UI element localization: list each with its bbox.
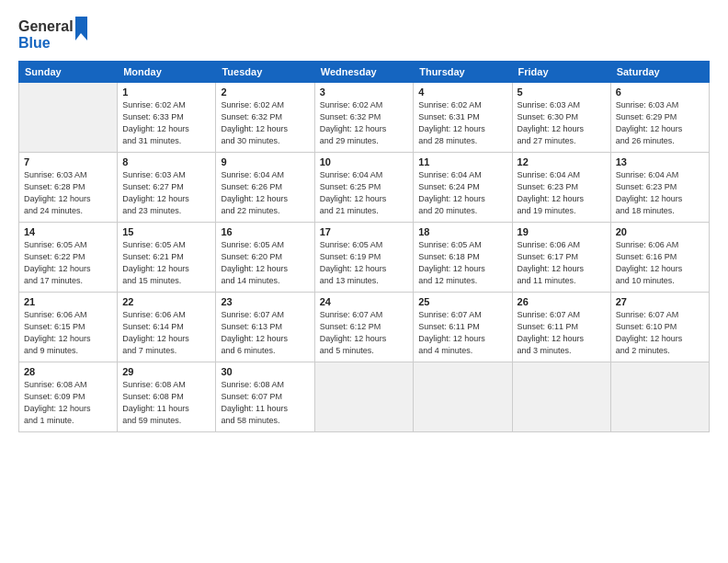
calendar-cell: 22Sunrise: 6:06 AM Sunset: 6:14 PM Dayli… [118, 293, 216, 362]
day-number: 12 [518, 156, 606, 167]
calendar-cell: 1Sunrise: 6:02 AM Sunset: 6:33 PM Daylig… [118, 83, 216, 153]
calendar-cell: 2Sunrise: 6:02 AM Sunset: 6:32 PM Daylig… [216, 83, 314, 153]
day-number: 4 [418, 86, 506, 98]
day-number: 24 [320, 296, 409, 307]
logo-svg: GeneralBlue [18, 15, 92, 53]
day-info: Sunrise: 6:05 AM Sunset: 6:18 PM Dayligh… [418, 239, 506, 287]
day-header-tuesday: Tuesday [216, 62, 314, 83]
svg-text:Blue: Blue [18, 35, 51, 51]
day-number: 27 [616, 296, 704, 307]
day-number: 11 [418, 156, 506, 167]
day-info: Sunrise: 6:06 AM Sunset: 6:16 PM Dayligh… [616, 239, 704, 287]
day-info: Sunrise: 6:07 AM Sunset: 6:12 PM Dayligh… [320, 309, 409, 357]
day-number: 30 [221, 366, 309, 377]
day-header-thursday: Thursday [414, 62, 512, 83]
calendar-cell: 20Sunrise: 6:06 AM Sunset: 6:16 PM Dayli… [610, 223, 709, 293]
day-info: Sunrise: 6:07 AM Sunset: 6:10 PM Dayligh… [616, 309, 704, 357]
calendar-cell: 9Sunrise: 6:04 AM Sunset: 6:26 PM Daylig… [216, 153, 314, 223]
day-number: 26 [518, 296, 606, 307]
day-number: 25 [418, 296, 506, 307]
calendar-cell: 16Sunrise: 6:05 AM Sunset: 6:20 PM Dayli… [216, 223, 314, 293]
calendar-cell: 11Sunrise: 6:04 AM Sunset: 6:24 PM Dayli… [414, 153, 512, 223]
logo: GeneralBlue [18, 15, 92, 53]
calendar-week-2: 14Sunrise: 6:05 AM Sunset: 6:22 PM Dayli… [19, 223, 710, 293]
header: GeneralBlue [18, 15, 710, 53]
day-number: 19 [518, 226, 606, 237]
day-number: 5 [518, 86, 606, 98]
day-header-monday: Monday [118, 62, 216, 83]
calendar-week-4: 28Sunrise: 6:08 AM Sunset: 6:09 PM Dayli… [19, 362, 710, 432]
day-number: 6 [616, 86, 704, 98]
day-info: Sunrise: 6:06 AM Sunset: 6:17 PM Dayligh… [518, 239, 606, 287]
svg-marker-2 [75, 17, 87, 40]
calendar-cell [314, 362, 414, 432]
calendar-cell: 18Sunrise: 6:05 AM Sunset: 6:18 PM Dayli… [414, 223, 512, 293]
calendar-cell: 30Sunrise: 6:08 AM Sunset: 6:07 PM Dayli… [216, 362, 314, 432]
day-info: Sunrise: 6:03 AM Sunset: 6:30 PM Dayligh… [518, 99, 606, 147]
calendar-cell [414, 362, 512, 432]
calendar-cell [19, 83, 118, 153]
day-info: Sunrise: 6:02 AM Sunset: 6:32 PM Dayligh… [320, 99, 409, 147]
day-info: Sunrise: 6:07 AM Sunset: 6:11 PM Dayligh… [418, 309, 506, 357]
calendar-cell: 28Sunrise: 6:08 AM Sunset: 6:09 PM Dayli… [19, 362, 118, 432]
day-number: 2 [221, 86, 309, 98]
calendar-cell: 7Sunrise: 6:03 AM Sunset: 6:28 PM Daylig… [19, 153, 118, 223]
svg-text:General: General [18, 18, 74, 34]
day-info: Sunrise: 6:08 AM Sunset: 6:07 PM Dayligh… [221, 379, 309, 427]
day-header-friday: Friday [512, 62, 610, 83]
calendar-cell: 19Sunrise: 6:06 AM Sunset: 6:17 PM Dayli… [512, 223, 610, 293]
day-info: Sunrise: 6:08 AM Sunset: 6:08 PM Dayligh… [122, 379, 210, 427]
calendar-cell [610, 362, 709, 432]
day-number: 23 [221, 296, 309, 307]
day-info: Sunrise: 6:04 AM Sunset: 6:24 PM Dayligh… [418, 169, 506, 217]
day-number: 13 [616, 156, 704, 167]
day-header-saturday: Saturday [610, 62, 709, 83]
day-info: Sunrise: 6:02 AM Sunset: 6:33 PM Dayligh… [122, 99, 210, 147]
calendar-body: 1Sunrise: 6:02 AM Sunset: 6:33 PM Daylig… [19, 83, 710, 432]
day-info: Sunrise: 6:03 AM Sunset: 6:29 PM Dayligh… [616, 99, 704, 147]
day-info: Sunrise: 6:04 AM Sunset: 6:23 PM Dayligh… [518, 169, 606, 217]
calendar-cell: 4Sunrise: 6:02 AM Sunset: 6:31 PM Daylig… [414, 83, 512, 153]
day-number: 20 [616, 226, 704, 237]
day-info: Sunrise: 6:06 AM Sunset: 6:14 PM Dayligh… [122, 309, 210, 357]
calendar-cell: 26Sunrise: 6:07 AM Sunset: 6:11 PM Dayli… [512, 293, 610, 362]
calendar-cell: 8Sunrise: 6:03 AM Sunset: 6:27 PM Daylig… [118, 153, 216, 223]
day-number: 21 [24, 296, 112, 307]
calendar-cell [512, 362, 610, 432]
calendar-cell: 17Sunrise: 6:05 AM Sunset: 6:19 PM Dayli… [314, 223, 414, 293]
day-info: Sunrise: 6:07 AM Sunset: 6:11 PM Dayligh… [518, 309, 606, 357]
day-number: 22 [122, 296, 210, 307]
calendar-cell: 21Sunrise: 6:06 AM Sunset: 6:15 PM Dayli… [19, 293, 118, 362]
calendar-cell: 3Sunrise: 6:02 AM Sunset: 6:32 PM Daylig… [314, 83, 414, 153]
calendar-cell: 5Sunrise: 6:03 AM Sunset: 6:30 PM Daylig… [512, 83, 610, 153]
day-info: Sunrise: 6:02 AM Sunset: 6:31 PM Dayligh… [418, 99, 506, 147]
day-number: 8 [122, 156, 210, 167]
calendar-week-3: 21Sunrise: 6:06 AM Sunset: 6:15 PM Dayli… [19, 293, 710, 362]
calendar-cell: 12Sunrise: 6:04 AM Sunset: 6:23 PM Dayli… [512, 153, 610, 223]
day-number: 14 [24, 226, 112, 237]
calendar-cell: 25Sunrise: 6:07 AM Sunset: 6:11 PM Dayli… [414, 293, 512, 362]
day-number: 16 [221, 226, 309, 237]
day-number: 10 [320, 156, 409, 167]
day-info: Sunrise: 6:05 AM Sunset: 6:21 PM Dayligh… [122, 239, 210, 287]
day-info: Sunrise: 6:04 AM Sunset: 6:26 PM Dayligh… [221, 169, 309, 217]
calendar-cell: 14Sunrise: 6:05 AM Sunset: 6:22 PM Dayli… [19, 223, 118, 293]
day-number: 7 [24, 156, 112, 167]
calendar-cell: 23Sunrise: 6:07 AM Sunset: 6:13 PM Dayli… [216, 293, 314, 362]
day-info: Sunrise: 6:04 AM Sunset: 6:25 PM Dayligh… [320, 169, 409, 217]
calendar-cell: 10Sunrise: 6:04 AM Sunset: 6:25 PM Dayli… [314, 153, 414, 223]
day-info: Sunrise: 6:06 AM Sunset: 6:15 PM Dayligh… [24, 309, 112, 357]
day-number: 1 [122, 86, 210, 98]
day-number: 3 [320, 86, 409, 98]
calendar-cell: 27Sunrise: 6:07 AM Sunset: 6:10 PM Dayli… [610, 293, 709, 362]
calendar-week-1: 7Sunrise: 6:03 AM Sunset: 6:28 PM Daylig… [19, 153, 710, 223]
calendar-cell: 13Sunrise: 6:04 AM Sunset: 6:23 PM Dayli… [610, 153, 709, 223]
calendar-table: SundayMondayTuesdayWednesdayThursdayFrid… [18, 61, 710, 432]
calendar-header-row: SundayMondayTuesdayWednesdayThursdayFrid… [19, 62, 710, 83]
day-info: Sunrise: 6:07 AM Sunset: 6:13 PM Dayligh… [221, 309, 309, 357]
day-info: Sunrise: 6:08 AM Sunset: 6:09 PM Dayligh… [24, 379, 112, 427]
day-number: 15 [122, 226, 210, 237]
day-info: Sunrise: 6:05 AM Sunset: 6:20 PM Dayligh… [221, 239, 309, 287]
day-header-sunday: Sunday [19, 62, 118, 83]
day-info: Sunrise: 6:05 AM Sunset: 6:22 PM Dayligh… [24, 239, 112, 287]
